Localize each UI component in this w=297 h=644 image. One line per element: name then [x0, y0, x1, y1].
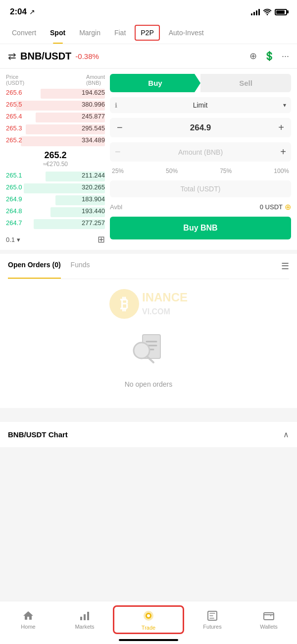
- ob-header: Price(USDT) Amount(BNB): [6, 74, 105, 86]
- buy-bnb-button[interactable]: Buy BNB: [110, 217, 291, 239]
- pct-75-button[interactable]: 75%: [218, 167, 234, 176]
- nav-markets-label: Markets: [75, 624, 94, 630]
- ob-mid-price: 265.2 ≈€270.50: [6, 150, 105, 168]
- ob-footer: 0.1 ▾ ⊞: [6, 234, 105, 245]
- more-icon[interactable]: ···: [282, 51, 289, 61]
- pct-100-button[interactable]: 100%: [272, 167, 291, 176]
- nav-futures[interactable]: Futures: [184, 608, 241, 632]
- pair-change: -0.38%: [75, 52, 99, 60]
- binance-coin-logo: ₿: [109, 289, 139, 319]
- svg-rect-6: [80, 617, 82, 620]
- swap-icon: ⇄: [8, 50, 16, 62]
- amount-col-label: Amount(BNB): [86, 74, 105, 86]
- available-balance-row: Avbl 0 USDT ⊕: [110, 202, 291, 212]
- top-nav: Convert Spot Margin Fiat P2P Auto-Invest: [0, 22, 297, 44]
- avbl-label: Avbl: [110, 203, 122, 211]
- chart-title: BNB/USDT Chart: [8, 430, 68, 439]
- buy-row-2: 265.0 320.265: [6, 183, 105, 193]
- svg-rect-13: [264, 613, 274, 620]
- pct-50-button[interactable]: 50%: [164, 167, 180, 176]
- sell-row-4: 265.3 295.545: [6, 124, 105, 134]
- markets-icon: [79, 610, 91, 622]
- sell-row-5: 265.2 334.489: [6, 136, 105, 146]
- nav-markets[interactable]: Markets: [56, 608, 113, 632]
- pct-25-button[interactable]: 25%: [110, 167, 126, 176]
- tab-funds[interactable]: Funds: [71, 254, 90, 279]
- signal-icon: [251, 8, 260, 15]
- wallets-icon: [263, 610, 275, 622]
- chart-section: BNB/USDT Chart ∧: [0, 422, 297, 447]
- buy-orders: 265.1 211.244 265.0 320.265 264.9 183.90…: [6, 172, 105, 229]
- orders-list-icon[interactable]: ☰: [281, 254, 289, 279]
- nav-wallets[interactable]: Wallets: [241, 608, 297, 632]
- futures-icon: [206, 610, 218, 622]
- tab-autoinvest[interactable]: Auto-Invest: [162, 22, 211, 44]
- tab-open-orders[interactable]: Open Orders (0): [8, 254, 61, 279]
- bottom-spacer: [0, 447, 297, 487]
- trade-icon: [142, 609, 155, 623]
- total-row[interactable]: Total (USDT): [110, 180, 291, 197]
- decimal-filter[interactable]: 0.1 ▾: [6, 236, 20, 243]
- no-orders-text: No open orders: [125, 380, 173, 388]
- home-indicator: [119, 639, 178, 641]
- battery-icon: [275, 9, 287, 15]
- trading-area: Price(USDT) Amount(BNB) 265.6 194.625 26…: [0, 69, 297, 250]
- svg-rect-8: [87, 612, 89, 620]
- tab-convert[interactable]: Convert: [5, 22, 43, 44]
- sell-row-1: 265.6 194.625: [6, 89, 105, 99]
- add-funds-button[interactable]: ⊕: [285, 202, 291, 212]
- grid-view-icon[interactable]: ⊞: [98, 234, 105, 245]
- pair-header: ⇄ BNB/USDT -0.38% ⊕ 💲 ···: [0, 44, 297, 68]
- tab-fiat[interactable]: Fiat: [107, 22, 133, 44]
- buy-row-3: 264.9 183.904: [6, 195, 105, 205]
- binance-watermark: ₿ INANCEVI.COM: [109, 289, 188, 319]
- sell-row-2: 265.5 380.996: [6, 101, 105, 111]
- pair-actions: ⊕ 💲 ···: [249, 51, 289, 61]
- order-type-row[interactable]: ℹ Limit ▾: [110, 97, 291, 113]
- status-icons: [251, 8, 287, 15]
- amount-increase-button[interactable]: +: [280, 146, 286, 158]
- nav-trade-label: Trade: [142, 625, 155, 631]
- dollar-icon[interactable]: 💲: [264, 51, 275, 61]
- nav-futures-label: Futures: [203, 624, 221, 630]
- amount-input[interactable]: Amount (BNB): [178, 148, 223, 156]
- price-col-label: Price(USDT): [6, 74, 24, 86]
- sell-orders: 265.6 194.625 265.5 380.996 265.4 245.87…: [6, 89, 105, 146]
- empty-orders: ₿ INANCEVI.COM No open orders: [8, 279, 289, 408]
- svg-rect-7: [84, 614, 86, 620]
- buy-row-1: 265.1 211.244: [6, 172, 105, 181]
- no-orders-illustration: [129, 329, 168, 368]
- buy-button[interactable]: Buy: [110, 74, 200, 92]
- nav-trade[interactable]: Trade: [113, 605, 184, 634]
- total-input: Total (USDT): [181, 185, 221, 193]
- price-value[interactable]: 264.9: [190, 123, 211, 133]
- tab-margin[interactable]: Margin: [72, 22, 107, 44]
- spacer: [0, 408, 297, 418]
- order-book: Price(USDT) Amount(BNB) 265.6 194.625 26…: [6, 74, 105, 245]
- percentage-row: 25% 50% 75% 100%: [110, 167, 291, 176]
- price-increase-button[interactable]: +: [276, 122, 286, 133]
- nav-home-label: Home: [21, 624, 35, 630]
- nav-home[interactable]: Home: [0, 608, 56, 632]
- buy-row-4: 264.8 193.440: [6, 207, 105, 217]
- price-decrease-button[interactable]: −: [115, 122, 125, 133]
- settings-icon[interactable]: ⊕: [249, 51, 257, 61]
- bottom-nav: Home Markets Trade Futures: [0, 601, 297, 644]
- pair-name: BNB/USDT: [20, 51, 71, 62]
- price-row: − 264.9 +: [110, 118, 291, 137]
- sell-row-3: 265.4 245.877: [6, 113, 105, 122]
- nav-wallets-label: Wallets: [260, 624, 278, 630]
- tab-spot[interactable]: Spot: [43, 22, 72, 44]
- amount-row: − Amount (BNB) +: [110, 142, 291, 162]
- chart-collapse-button[interactable]: ∧: [283, 430, 289, 439]
- location-icon: ↗: [29, 8, 35, 16]
- amount-decrease-button[interactable]: −: [115, 146, 121, 158]
- status-time: 2:04: [10, 7, 27, 17]
- tab-p2p[interactable]: P2P: [135, 25, 159, 41]
- order-type-label: Limit: [193, 101, 208, 109]
- trade-panel: Buy Sell ℹ Limit ▾ − 264.9 + − Amount (B…: [110, 74, 291, 245]
- empty-state-icon: [129, 329, 168, 370]
- binance-text: INANCEVI.COM: [142, 291, 188, 317]
- sell-button[interactable]: Sell: [200, 74, 291, 92]
- pair-info[interactable]: ⇄ BNB/USDT -0.38%: [8, 50, 99, 62]
